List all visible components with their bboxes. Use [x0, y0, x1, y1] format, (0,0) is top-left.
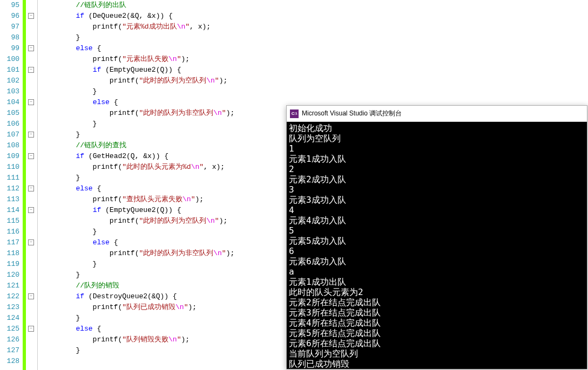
line-number: 112: [0, 183, 19, 194]
line-number: 126: [0, 334, 19, 345]
line-number: 106: [0, 119, 19, 129]
line-number: 99: [0, 43, 19, 54]
line-number: 103: [0, 86, 19, 97]
code-line[interactable]: //链队列的出队: [42, 0, 588, 11]
fold-toggle[interactable]: −: [28, 153, 34, 159]
fold-toggle[interactable]: −: [28, 99, 34, 105]
fold-toggle[interactable]: −: [28, 326, 34, 332]
fold-toggle[interactable]: −: [28, 45, 34, 51]
line-number: 101: [0, 65, 19, 76]
console-line: 元素3所在结点完成出队: [289, 307, 585, 318]
line-number: 95: [0, 0, 19, 11]
line-number: 125: [0, 324, 19, 334]
line-number: 97: [0, 22, 19, 32]
line-number: 119: [0, 259, 19, 270]
console-line: 当前队列为空队列: [289, 348, 585, 359]
fold-gutter[interactable]: −−−−−−−−−−−: [26, 0, 38, 370]
console-line: 元素5成功入队: [289, 236, 585, 246]
code-line[interactable]: printf("元素出队失败\n");: [42, 54, 588, 65]
line-number: 102: [0, 76, 19, 86]
console-line: 6: [289, 246, 585, 256]
console-line: 元素4所在结点完成出队: [289, 318, 585, 328]
console-line: 元素2所在结点完成出队: [289, 297, 585, 307]
line-number: 128: [0, 356, 19, 367]
vs-console-icon: C:\: [290, 109, 299, 118]
code-line[interactable]: if (DeQueue2(&Q, &x)) {: [42, 11, 588, 22]
code-line[interactable]: }: [42, 32, 588, 43]
line-number: 124: [0, 313, 19, 324]
line-number: 114: [0, 205, 19, 216]
line-number: 118: [0, 248, 19, 259]
console-line: 元素1成功出队: [289, 277, 585, 287]
fold-toggle[interactable]: −: [28, 132, 34, 138]
line-number: 115: [0, 216, 19, 227]
fold-toggle[interactable]: −: [28, 67, 34, 73]
line-number-gutter: 9596979899100101102103104105106107108109…: [0, 0, 23, 370]
code-line[interactable]: }: [42, 86, 588, 97]
console-line: 元素6所在结点完成出队: [289, 338, 585, 348]
line-number: 120: [0, 270, 19, 280]
console-line: 元素2成功入队: [289, 174, 585, 184]
console-line: 此时的队头元素为2: [289, 287, 585, 297]
fold-toggle[interactable]: −: [28, 207, 34, 213]
console-line: 队列已成功销毁: [289, 359, 585, 369]
console-line: 队列为空队列: [289, 133, 585, 143]
line-number: 105: [0, 108, 19, 119]
code-line[interactable]: printf("此时的队列为空队列\n");: [42, 76, 588, 86]
line-number: 116: [0, 227, 19, 237]
console-line: 元素4成功入队: [289, 215, 585, 225]
console-output[interactable]: 初始化成功队列为空队列1元素1成功入队2元素2成功入队3元素3成功入队4元素4成…: [287, 122, 587, 370]
console-line: 1: [289, 143, 585, 154]
line-number: 109: [0, 151, 19, 162]
console-line: 3: [289, 184, 585, 195]
console-title: Microsoft Visual Studio 调试控制台: [302, 109, 402, 118]
line-number: 110: [0, 162, 19, 173]
line-number: 96: [0, 11, 19, 22]
fold-toggle[interactable]: −: [28, 186, 34, 191]
line-number: 107: [0, 129, 19, 140]
console-line: 元素3成功入队: [289, 195, 585, 205]
line-number: 108: [0, 140, 19, 151]
line-number: 113: [0, 194, 19, 205]
code-line[interactable]: if (EmptyQueue2(Q)) {: [42, 65, 588, 76]
line-number: 127: [0, 345, 19, 356]
line-number: 123: [0, 302, 19, 313]
console-line: 元素1成功入队: [289, 154, 585, 164]
console-line: 2: [289, 164, 585, 174]
console-line: 元素5所在结点完成出队: [289, 328, 585, 338]
fold-toggle[interactable]: −: [28, 293, 34, 299]
console-line: 元素6成功入队: [289, 256, 585, 266]
console-line: 5: [289, 225, 585, 236]
line-number: 98: [0, 32, 19, 43]
line-number: 121: [0, 280, 19, 291]
debug-console-window[interactable]: C:\ Microsoft Visual Studio 调试控制台 初始化成功队…: [286, 105, 587, 369]
console-line: 4: [289, 205, 585, 215]
fold-toggle[interactable]: −: [28, 13, 34, 19]
line-number: 117: [0, 237, 19, 248]
console-line: 初始化成功: [289, 123, 585, 133]
line-number: 104: [0, 97, 19, 108]
fold-toggle[interactable]: −: [28, 239, 34, 245]
console-titlebar[interactable]: C:\ Microsoft Visual Studio 调试控制台: [287, 106, 587, 122]
code-line[interactable]: printf("元素%d成功出队\n", x);: [42, 22, 588, 32]
line-number: 100: [0, 54, 19, 65]
line-number: 122: [0, 291, 19, 302]
line-number: 111: [0, 173, 19, 183]
code-line[interactable]: else {: [42, 43, 588, 54]
console-line: a: [289, 266, 585, 277]
